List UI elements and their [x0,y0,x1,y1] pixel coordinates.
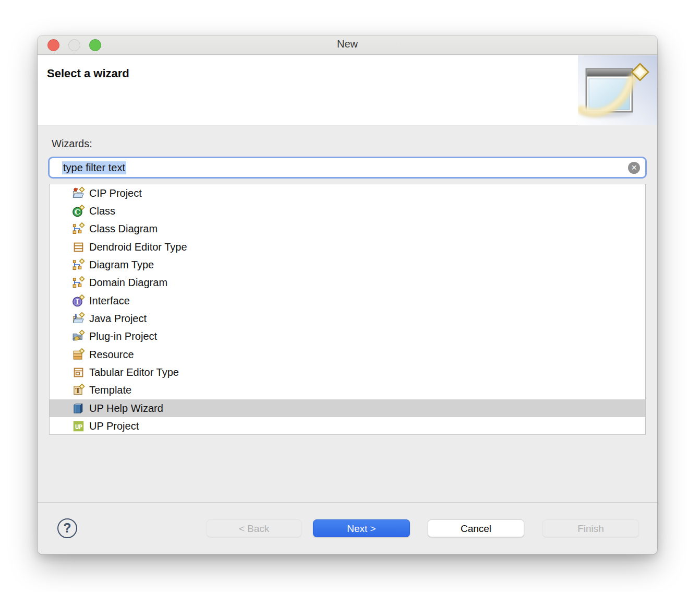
clear-filter-icon[interactable]: ✕ [628,162,640,174]
list-item-label: Tabular Editor Type [89,366,179,378]
list-item-label: Java Project [89,313,147,325]
cip-project-icon [73,187,85,199]
list-item-label: Domain Diagram [89,277,167,289]
svg-text:J: J [74,312,77,319]
class-icon: C [73,205,85,217]
list-item-label: CIP Project [89,187,142,199]
class-diagram-icon [73,223,85,235]
template-icon: T [73,384,85,396]
list-item[interactable]: Resource [50,346,645,363]
cancel-button[interactable]: Cancel [428,519,524,537]
list-item[interactable]: Diagram Type [50,256,645,274]
new-wizard-dialog: New Select a wizard [38,35,657,554]
list-item-label: Dendroid Editor Type [89,241,187,253]
list-item-label: UP Help Wizard [89,402,163,415]
list-item[interactable]: Tabular Editor Type [50,363,645,381]
list-item-label: Interface [89,295,130,307]
list-item[interactable]: J Java Project [50,310,645,327]
page: New Select a wizard [0,0,700,592]
page-title: Select a wizard [47,67,129,80]
filter-input[interactable]: type filter text ✕ [48,157,647,179]
list-item-label: Class Diagram [89,223,158,235]
wizard-list[interactable]: CIP Project C Class Class Diagram [49,184,646,435]
window-title: New [38,38,657,50]
list-item-label: Template [89,384,131,396]
finish-button[interactable]: Finish [542,519,639,537]
java-project-icon: J [73,313,85,325]
list-item[interactable]: I Interface [50,292,645,310]
list-item[interactable]: T Template [50,382,645,399]
interface-icon: I [73,295,85,307]
wizards-label: Wizards: [52,138,92,150]
up-project-icon: UP [73,420,85,432]
list-item[interactable]: Domain Diagram [50,274,645,292]
svg-text:I: I [76,297,79,305]
help-button[interactable]: ? [57,518,77,538]
wizard-header: Select a wizard [38,55,657,125]
plugin-project-icon [73,330,85,342]
titlebar: New [38,35,657,55]
list-item-selected[interactable]: UP Help Wizard [50,399,645,417]
svg-text:C: C [75,208,80,216]
list-item[interactable]: Dendroid Editor Type [50,238,645,256]
list-item-label: Diagram Type [89,259,154,271]
filter-text-selected: type filter text [62,161,126,174]
list-item[interactable]: Class Diagram [50,220,645,238]
list-item[interactable]: UP UP Project [50,417,645,435]
list-item[interactable]: C Class [50,202,645,220]
list-item-label: Plug-in Project [89,330,157,342]
svg-text:UP: UP [75,423,82,431]
list-item-label: UP Project [89,420,139,432]
book-icon [73,402,85,415]
diagram-type-icon [73,259,85,271]
list-item[interactable]: CIP Project [50,184,645,202]
domain-diagram-icon [73,277,85,289]
list-item-label: Resource [89,349,134,361]
resource-icon [73,349,85,361]
dendroid-editor-icon [73,241,85,253]
list-item[interactable]: Plug-in Project [50,328,645,346]
list-item-label: Class [89,205,115,217]
button-bar: ? < Back Next > Cancel Finish [38,503,657,554]
back-button[interactable]: < Back [207,519,301,537]
new-wizard-banner-icon [578,55,657,125]
tabular-editor-icon [73,366,85,378]
next-button[interactable]: Next > [313,519,410,537]
